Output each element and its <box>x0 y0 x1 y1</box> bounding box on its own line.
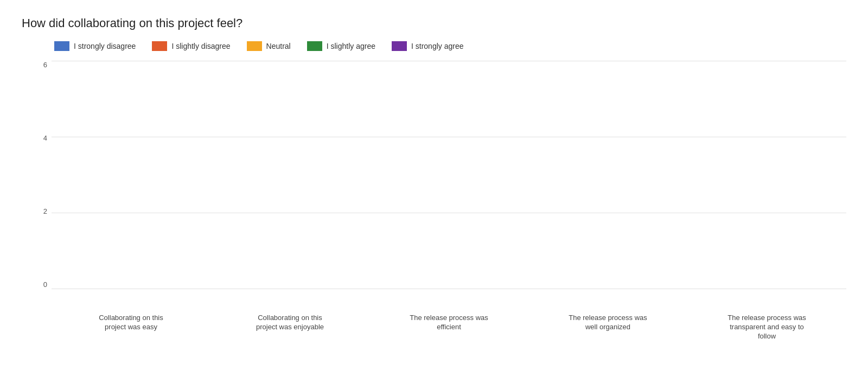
legend-label: I slightly disagree <box>171 42 230 50</box>
y-axis-label: 6 <box>43 61 47 69</box>
grid-line <box>52 289 846 289</box>
legend-label: Neutral <box>266 42 291 50</box>
legend-color <box>392 41 407 51</box>
legend-label: I slightly agree <box>327 42 375 50</box>
y-axis-label: 0 <box>43 280 47 289</box>
legend-label: I strongly agree <box>411 42 464 50</box>
legend-color <box>307 41 322 51</box>
legend-label: I strongly disagree <box>74 42 136 50</box>
legend-item: I strongly agree <box>392 41 464 51</box>
x-axis-label: Collaborating on this project was easy <box>52 314 210 341</box>
legend-item: Neutral <box>247 41 291 51</box>
x-axis-label: The release process was transparent and … <box>687 314 846 341</box>
legend-item: I strongly disagree <box>54 41 136 51</box>
x-axis-label: Collaborating on this project was enjoya… <box>210 314 369 341</box>
chart-container: I strongly disagreeI slightly disagreeNe… <box>22 41 846 356</box>
chart-area: 6420 <box>22 61 846 310</box>
grid-bars-container <box>52 61 846 289</box>
legend-item: I slightly agree <box>307 41 375 51</box>
legend-color <box>247 41 262 51</box>
y-axis-label: 2 <box>43 207 47 215</box>
legend-color <box>54 41 69 51</box>
x-axis-label: The release process was well organized <box>528 314 687 341</box>
bars-row <box>52 61 846 289</box>
y-axis: 6420 <box>22 61 52 289</box>
x-axis-label: The release process was efficient <box>369 314 528 341</box>
y-axis-label: 4 <box>43 134 47 142</box>
legend-item: I slightly disagree <box>152 41 230 51</box>
legend-color <box>152 41 167 51</box>
chart-title: How did collaborating on this project fe… <box>22 16 846 30</box>
x-labels: Collaborating on this project was easyCo… <box>52 314 846 341</box>
legend: I strongly disagreeI slightly disagreeNe… <box>54 41 846 51</box>
